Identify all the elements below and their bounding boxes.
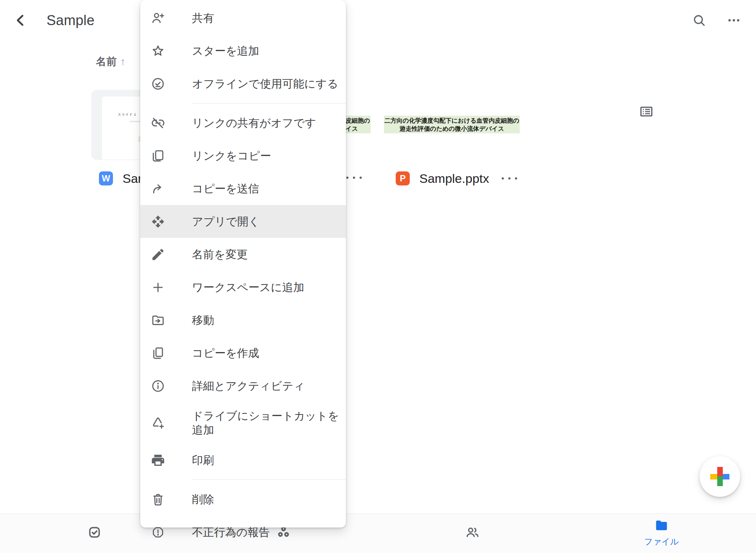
menu-item-label: 移動 xyxy=(192,313,214,328)
menu-item-add-to-workspace[interactable]: ワークスペースに追加 xyxy=(140,271,346,304)
file-name-pptx: Sample.pptx xyxy=(419,171,489,186)
file-row-pptx[interactable]: P Sample.pptx xyxy=(396,166,517,191)
checkbox-icon xyxy=(87,525,102,541)
menu-divider xyxy=(192,103,346,103)
bottom-navigation: ファイル xyxy=(0,513,756,553)
create-new-fab[interactable] xyxy=(700,456,740,497)
menu-item-rename[interactable]: 名前を変更 xyxy=(140,238,346,271)
search-button[interactable] xyxy=(689,11,709,31)
edit-pencil-icon xyxy=(151,247,165,262)
star-icon xyxy=(151,44,165,58)
link-off-icon xyxy=(151,116,165,130)
menu-item-details-activity[interactable]: 詳細とアクティビティ xyxy=(140,369,346,402)
sort-ascending-icon: ↑ xyxy=(120,56,126,68)
menu-item-label: オフラインで使用可能にする xyxy=(192,76,338,91)
menu-item-link-sharing-off[interactable]: リンクの共有がオフです xyxy=(140,106,346,139)
menu-item-label: 名前を変更 xyxy=(192,247,248,262)
sort-row: 名前 ↑ xyxy=(0,52,756,74)
nav-tab-files[interactable]: ファイル xyxy=(632,518,691,547)
menu-item-label: 詳細とアクティビティ xyxy=(192,379,305,393)
menu-item-open-in-app[interactable]: アプリで開く xyxy=(140,205,346,238)
folder-move-icon xyxy=(151,313,165,328)
people-icon xyxy=(465,525,480,541)
folder-icon xyxy=(654,518,669,535)
pptx-thumbnail-title-line: 遊走性評価のための微小流体デバイス xyxy=(384,124,520,133)
offline-pin-icon xyxy=(151,76,165,91)
word-thumbnail-text: スライド 1 xyxy=(118,112,136,117)
app-header: Sample xyxy=(0,0,756,42)
pptx-thumbnail-title-block[interactable]: 二方向の化学濃度勾配下における血管内皮細胞の 遊走性評価のための微小流体デバイス xyxy=(384,116,520,133)
menu-divider xyxy=(192,479,346,480)
nav-tab-selected-items[interactable] xyxy=(65,525,124,541)
pptx-menu-button[interactable] xyxy=(502,177,517,180)
powerpoint-file-icon: P xyxy=(396,171,410,185)
send-copy-icon xyxy=(151,181,165,196)
back-icon xyxy=(13,13,28,29)
menu-item-delete[interactable]: 削除 xyxy=(140,483,346,516)
menu-item-share[interactable]: 共有 xyxy=(140,1,346,34)
menu-item-label: 共有 xyxy=(192,11,214,25)
hidden-card-menu-button[interactable] xyxy=(346,177,362,179)
list-view-icon xyxy=(639,104,654,120)
add-shortcut-drive-icon xyxy=(151,416,165,430)
menu-item-available-offline[interactable]: オフラインで使用可能にする xyxy=(140,67,346,100)
copy-link-icon xyxy=(151,149,165,163)
menu-item-send-copy[interactable]: コピーを送信 xyxy=(140,172,346,205)
menu-item-label: スターを追加 xyxy=(192,44,259,58)
word-file-icon: W xyxy=(99,171,113,185)
menu-item-move[interactable]: 移動 xyxy=(140,304,346,337)
menu-item-label: コピーを作成 xyxy=(192,346,259,361)
menu-item-label: アプリで開く xyxy=(192,214,260,229)
back-button[interactable] xyxy=(10,11,31,31)
menu-item-add-star[interactable]: スターを追加 xyxy=(140,34,346,67)
menu-item-print[interactable]: 印刷 xyxy=(140,444,346,477)
thumbnail-fragment-line: 皮細胞の xyxy=(346,116,371,124)
drive-app: Sample 名前 ↑ スライド 1 W Sam 皮細胞の イス xyxy=(0,0,756,553)
menu-item-make-copy[interactable]: コピーを作成 xyxy=(140,337,346,369)
menu-item-label: ドライブにショートカットを追加 xyxy=(192,409,340,437)
menu-item-label: コピーを送信 xyxy=(192,181,259,196)
more-horizontal-icon xyxy=(726,13,741,29)
open-with-icon xyxy=(151,214,165,229)
menu-item-label: 削除 xyxy=(192,492,214,507)
search-icon xyxy=(692,13,707,29)
menu-item-label: リンクをコピー xyxy=(192,149,271,163)
sort-label: 名前 xyxy=(96,55,117,69)
menu-item-add-shortcut-to-drive[interactable]: ドライブにショートカットを追加 xyxy=(140,402,346,444)
overflow-menu-button[interactable] xyxy=(724,11,744,31)
info-icon xyxy=(151,379,165,393)
nav-tab-shared[interactable] xyxy=(443,525,502,541)
menu-item-label: リンクの共有がオフです xyxy=(192,116,316,130)
files-tab-label: ファイル xyxy=(644,536,679,547)
pptx-thumbnail-title-line: 二方向の化学濃度勾配下における血管内皮細胞の xyxy=(384,116,520,124)
menu-item-report-abuse[interactable]: 不正行為の報告 xyxy=(140,516,346,549)
list-view-button[interactable] xyxy=(636,102,657,123)
sort-control[interactable]: 名前 ↑ xyxy=(96,55,126,69)
menu-item-label: 印刷 xyxy=(192,453,214,468)
trash-icon xyxy=(151,492,165,507)
person-add-icon xyxy=(151,11,165,25)
copy-icon xyxy=(151,346,165,361)
plus-icon xyxy=(151,280,165,295)
menu-item-copy-link[interactable]: リンクをコピー xyxy=(140,139,346,172)
page-title: Sample xyxy=(47,13,94,28)
print-icon xyxy=(151,453,165,468)
menu-item-label: 不正行為の報告 xyxy=(192,525,270,540)
file-context-menu: 共有 スターを追加 オフラインで使用可能にする リンクの共有がオフです リンクを… xyxy=(140,0,346,528)
menu-item-label: ワークスペースに追加 xyxy=(192,280,304,295)
report-icon xyxy=(151,525,165,540)
thumbnail-fragment-line: イス xyxy=(346,124,371,133)
